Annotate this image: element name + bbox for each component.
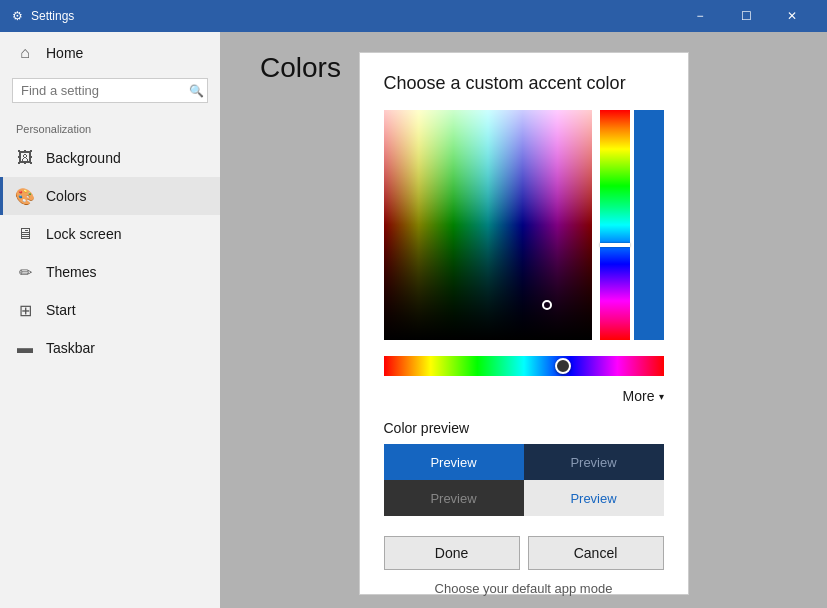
selected-color-swatch [634,110,664,340]
more-link: More ▾ [384,388,664,404]
gradient-crosshair [542,300,552,310]
themes-icon: ✏ [16,263,34,281]
start-icon: ⊞ [16,301,34,319]
color-picker-modal: Choose a custom accent color [359,52,689,595]
preview-text-1: Preview [430,455,476,470]
app-body: ⌂ Home 🔍 Personalization 🖼 Background 🎨 … [0,32,827,608]
hue-canvas [600,110,630,340]
preview-cell-2: Preview [524,444,664,480]
preview-text-4: Preview [570,491,616,506]
app-title: Settings [31,9,74,23]
done-button[interactable]: Done [384,536,520,570]
home-icon: ⌂ [16,44,34,62]
sidebar-item-label: Taskbar [46,340,95,356]
sidebar-item-home[interactable]: ⌂ Home [0,32,220,74]
minimize-button[interactable]: − [677,0,723,32]
sidebar-item-colors[interactable]: 🎨 Colors [0,177,220,215]
modal-title: Choose a custom accent color [384,73,664,94]
hue-slider-container [384,356,664,376]
search-icon: 🔍 [189,84,204,98]
lock-screen-icon: 🖥 [16,225,34,243]
sidebar-item-themes[interactable]: ✏ Themes [0,253,220,291]
sidebar-item-label: Lock screen [46,226,121,242]
preview-cell-4: Preview [524,480,664,516]
sidebar-section-title: Personalization [0,115,220,139]
sidebar-item-background[interactable]: 🖼 Background [0,139,220,177]
color-preview-grid: Preview Preview Preview Preview [384,444,664,516]
chevron-down-icon: ▾ [659,391,664,402]
background-icon: 🖼 [16,149,34,167]
color-gradient[interactable] [384,110,592,340]
search-box[interactable]: 🔍 [12,78,208,103]
hue-slider[interactable] [384,356,664,376]
gradient-overlay [384,110,592,340]
more-button[interactable]: More ▾ [623,388,664,404]
close-button[interactable]: ✕ [769,0,815,32]
preview-text-3: Preview [430,491,476,506]
taskbar-icon: ▬ [16,339,34,357]
hue-selector [600,243,630,247]
modal-buttons: Done Cancel [384,536,664,570]
sidebar-item-taskbar[interactable]: ▬ Taskbar [0,329,220,367]
title-bar-left: ⚙ Settings [12,9,74,23]
title-bar: ⚙ Settings − ☐ ✕ [0,0,827,32]
sidebar-item-label: Start [46,302,76,318]
sidebar: ⌂ Home 🔍 Personalization 🖼 Background 🎨 … [0,32,220,608]
more-label: More [623,388,655,404]
color-picker-area [384,110,664,340]
preview-cell-3: Preview [384,480,524,516]
title-bar-controls: − ☐ ✕ [677,0,815,32]
preview-label: Color preview [384,420,664,436]
bottom-note: Choose your default app mode [220,581,827,596]
preview-cell-1: Preview [384,444,524,480]
hue-bar[interactable] [600,110,630,340]
sidebar-item-label: Background [46,150,121,166]
slider-thumb [555,358,571,374]
sidebar-home-label: Home [46,45,83,61]
search-input[interactable] [21,83,189,98]
preview-text-2: Preview [570,455,616,470]
main-content: Colors Choose a custom accent color [220,32,827,608]
sidebar-item-start[interactable]: ⊞ Start [0,291,220,329]
maximize-button[interactable]: ☐ [723,0,769,32]
sidebar-item-lock-screen[interactable]: 🖥 Lock screen [0,215,220,253]
app-icon: ⚙ [12,9,23,23]
cancel-button[interactable]: Cancel [528,536,664,570]
colors-icon: 🎨 [16,187,34,205]
sidebar-item-label: Colors [46,188,86,204]
modal-overlay: Choose a custom accent color [220,32,827,608]
sidebar-item-label: Themes [46,264,97,280]
